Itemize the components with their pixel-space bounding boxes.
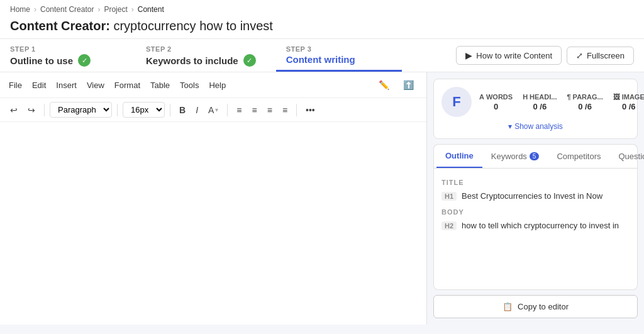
h1-text: Best Cryptocurrencies to Invest in Now bbox=[462, 191, 602, 201]
title-section-heading: TITLE bbox=[441, 179, 630, 186]
step-2[interactable]: STEP 2 Keywords to include ✓ bbox=[136, 39, 276, 72]
highlight-icon: A bbox=[208, 105, 214, 115]
step-2-check: ✓ bbox=[243, 54, 256, 67]
stat-images: 🖼 IMAGE 0 /6 bbox=[613, 93, 644, 111]
undo-button[interactable]: ↩ bbox=[6, 103, 21, 118]
fullscreen-icon: ⤢ bbox=[576, 51, 583, 60]
menu-tools[interactable]: Tools bbox=[180, 81, 199, 90]
stats-items: A WORDS 0 H HEADI... 0 /6 ¶ PARAG... 0 /… bbox=[479, 93, 644, 111]
divider-5 bbox=[296, 104, 297, 116]
how-to-write-button[interactable]: ▶ How to write Content bbox=[456, 46, 562, 65]
step-1-name: Outline to use bbox=[10, 55, 73, 66]
outline-h1-item: H1 Best Cryptocurrencies to Invest in No… bbox=[441, 191, 630, 201]
play-icon: ▶ bbox=[465, 50, 472, 60]
page-title: Content Creator: cryptocurrency how to i… bbox=[10, 16, 634, 38]
share-icon-btn[interactable]: ⬆️ bbox=[399, 77, 418, 92]
stat-words: A WORDS 0 bbox=[479, 93, 513, 111]
tab-competitors[interactable]: Competitors bbox=[548, 145, 609, 168]
keywords-badge: 5 bbox=[530, 152, 540, 160]
align-center-button[interactable]: ≡ bbox=[248, 103, 261, 118]
breadcrumb-content-creator[interactable]: Content Creator bbox=[40, 5, 94, 14]
breadcrumb: Home › Content Creator › Project › Conte… bbox=[10, 0, 634, 16]
tab-outline[interactable]: Outline bbox=[436, 145, 482, 168]
fullscreen-button[interactable]: ⤢ Fullscreen bbox=[567, 47, 634, 65]
italic-button[interactable]: I bbox=[192, 103, 202, 118]
panel-content: TITLE H1 Best Cryptocurrencies to Invest… bbox=[433, 169, 638, 290]
step-1[interactable]: STEP 1 Outline to use ✓ bbox=[10, 39, 136, 72]
highlight-chevron: ▾ bbox=[215, 106, 218, 113]
paragraph-style-select[interactable]: Paragraph bbox=[50, 102, 112, 118]
stat-paragraphs: ¶ PARAG... 0 /6 bbox=[567, 93, 602, 111]
copy-to-editor-button[interactable]: 📋 Copy to editor bbox=[433, 295, 638, 318]
body-section-heading: BODY bbox=[441, 208, 630, 216]
highlight-wrapper: A ▾ bbox=[204, 103, 222, 118]
editor-body[interactable] bbox=[0, 122, 426, 325]
h2-text: how to tell which cryptocurrency to inve… bbox=[462, 221, 619, 230]
more-options-button[interactable]: ••• bbox=[302, 103, 319, 118]
images-icon: 🖼 IMAGE bbox=[613, 93, 644, 101]
headings-icon: H HEADI... bbox=[523, 93, 557, 101]
redo-button[interactable]: ↪ bbox=[24, 103, 39, 118]
divider-4 bbox=[227, 104, 228, 116]
editor-menubar: File Edit Insert View Format Table Tools… bbox=[0, 72, 426, 98]
breadcrumb-current: Content bbox=[138, 5, 164, 14]
main-content: File Edit Insert View Format Table Tools… bbox=[0, 72, 644, 325]
tab-questions[interactable]: Questions bbox=[610, 145, 645, 168]
avatar: F bbox=[441, 87, 472, 117]
step-2-label: STEP 2 bbox=[146, 45, 256, 53]
paragraphs-value: 0 /6 bbox=[578, 102, 592, 111]
stat-headings: H HEADI... 0 /6 bbox=[523, 93, 557, 111]
copy-editor-section: 📋 Copy to editor bbox=[427, 290, 644, 325]
align-right-button[interactable]: ≡ bbox=[264, 103, 276, 118]
copy-icon: 📋 bbox=[502, 302, 513, 311]
step-1-label: STEP 1 bbox=[10, 45, 116, 53]
h2-tag: H2 bbox=[441, 221, 457, 230]
paragraphs-icon: ¶ PARAG... bbox=[567, 93, 602, 101]
headings-value: 0 /6 bbox=[533, 102, 547, 111]
step-3-name: Content writing bbox=[286, 54, 355, 65]
chevron-down-icon: ▾ bbox=[508, 122, 512, 131]
step-1-check: ✓ bbox=[78, 54, 91, 67]
menu-edit[interactable]: Edit bbox=[32, 81, 46, 90]
menu-format[interactable]: Format bbox=[114, 81, 140, 90]
divider-3 bbox=[170, 104, 170, 116]
divider-2 bbox=[117, 104, 118, 116]
menu-file[interactable]: File bbox=[9, 81, 22, 90]
bold-button[interactable]: B bbox=[175, 103, 189, 118]
align-left-button[interactable]: ≡ bbox=[233, 103, 245, 118]
words-icon: A WORDS bbox=[479, 93, 513, 101]
align-justify-button[interactable]: ≡ bbox=[279, 103, 291, 118]
editor-area: File Edit Insert View Format Table Tools… bbox=[0, 72, 427, 325]
breadcrumb-project[interactable]: Project bbox=[104, 5, 127, 14]
right-panel: F A WORDS 0 H HEADI... 0 /6 ¶ PARAG... 0… bbox=[427, 72, 644, 325]
top-bar: Home › Content Creator › Project › Conte… bbox=[0, 0, 644, 72]
h1-tag: H1 bbox=[441, 192, 457, 201]
edit-icon-btn[interactable]: ✏️ bbox=[375, 77, 393, 92]
menu-view[interactable]: View bbox=[87, 81, 104, 90]
show-analysis-button[interactable]: ▾ Show analysis bbox=[441, 117, 630, 131]
breadcrumb-home[interactable]: Home bbox=[10, 5, 30, 14]
divider-1 bbox=[44, 104, 45, 116]
outline-h2-item: H2 how to tell which cryptocurrency to i… bbox=[441, 221, 630, 230]
images-value: 0 /6 bbox=[622, 102, 636, 111]
highlight-button[interactable]: A ▾ bbox=[204, 103, 222, 118]
step-3-label: STEP 3 bbox=[286, 45, 382, 53]
font-size-select[interactable]: 16px bbox=[123, 102, 165, 118]
menu-insert[interactable]: Insert bbox=[56, 81, 77, 90]
words-value: 0 bbox=[494, 102, 498, 111]
menu-help[interactable]: Help bbox=[209, 81, 226, 90]
panel-tabs: Outline Keywords 5 Competitors Questions bbox=[434, 145, 637, 169]
editor-toolbar: ↩ ↪ Paragraph 16px B I A ▾ ≡ ≡ ≡ bbox=[0, 98, 426, 122]
tab-keywords[interactable]: Keywords 5 bbox=[482, 145, 548, 168]
menu-table[interactable]: Table bbox=[150, 81, 170, 90]
step-2-name: Keywords to include bbox=[146, 55, 238, 66]
step-3[interactable]: STEP 3 Content writing bbox=[276, 39, 402, 72]
stats-card: F A WORDS 0 H HEADI... 0 /6 ¶ PARAG... 0… bbox=[433, 79, 638, 139]
